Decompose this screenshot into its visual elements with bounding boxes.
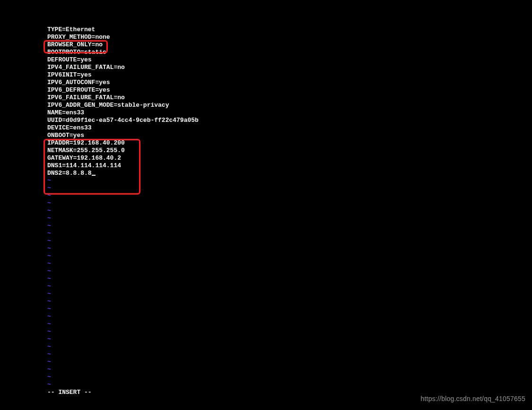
empty-line-marker: ~ <box>47 306 199 313</box>
empty-line-marker: ~ <box>47 230 199 238</box>
empty-line-marker: ~ <box>47 351 199 359</box>
empty-line-marker: ~ <box>47 328 199 336</box>
config-line[interactable]: IPV6_DEFROUTE=yes <box>47 86 199 94</box>
empty-line-marker: ~ <box>47 268 199 275</box>
watermark-text: https://blog.csdn.net/qq_41057655 <box>421 395 525 402</box>
empty-line-marker: ~ <box>47 245 199 253</box>
empty-line-marker: ~ <box>47 253 199 260</box>
empty-line-marker: ~ <box>47 177 199 185</box>
empty-lines: ~~~~~~~~~~~~~~~~~~~~~~~~~~~~ <box>47 177 199 389</box>
empty-line-marker: ~ <box>47 290 199 298</box>
empty-line-marker: ~ <box>47 275 199 283</box>
config-line[interactable]: ONBOOT=yes <box>47 132 199 139</box>
empty-line-marker: ~ <box>47 359 199 366</box>
config-line[interactable]: DNS2=8.8.8.8 <box>47 170 199 177</box>
config-line[interactable]: IPADDR=192.168.40.200 <box>47 139 199 147</box>
empty-line-marker: ~ <box>47 336 199 343</box>
config-line[interactable]: IPV6_ADDR_GEN_MODE=stable-privacy <box>47 102 199 109</box>
empty-line-marker: ~ <box>47 215 199 222</box>
empty-line-marker: ~ <box>47 298 199 306</box>
config-line[interactable]: IPV6_AUTOCONF=yes <box>47 79 199 86</box>
empty-line-marker: ~ <box>47 207 199 215</box>
config-line[interactable]: GATEWAY=192.168.40.2 <box>47 154 199 162</box>
empty-line-marker: ~ <box>47 321 199 328</box>
config-line[interactable]: BROWSER_ONLY=no <box>47 41 199 49</box>
empty-line-marker: ~ <box>47 185 199 192</box>
config-line[interactable]: NAME=ens33 <box>47 109 199 117</box>
config-line[interactable]: NETMASK=255.255.255.0 <box>47 147 199 154</box>
config-line[interactable]: UUID=d0d9f1ec-ea57-4cc4-9ceb-ff22c479a05… <box>47 117 199 124</box>
config-line[interactable]: DNS1=114.114.114.114 <box>47 162 199 170</box>
mode-line: -- INSERT -- <box>47 389 199 396</box>
empty-line-marker: ~ <box>47 192 199 200</box>
config-line[interactable]: DEFROUTE=yes <box>47 56 199 64</box>
config-line[interactable]: BOOTPROTO=static <box>47 49 199 56</box>
cursor <box>92 175 96 176</box>
empty-line-marker: ~ <box>47 313 199 321</box>
empty-line-marker: ~ <box>47 260 199 268</box>
empty-line-marker: ~ <box>47 283 199 290</box>
empty-line-marker: ~ <box>47 374 199 381</box>
empty-line-marker: ~ <box>47 381 199 389</box>
config-line[interactable]: DEVICE=ens33 <box>47 124 199 132</box>
empty-line-marker: ~ <box>47 366 199 374</box>
config-line[interactable]: IPV4_FAILURE_FATAL=no <box>47 64 199 71</box>
empty-line-marker: ~ <box>47 222 199 230</box>
config-line[interactable]: IPV6INIT=yes <box>47 71 199 79</box>
empty-line-marker: ~ <box>47 200 199 207</box>
terminal-editor[interactable]: TYPE=EthernetPROXY_METHOD=noneBROWSER_ON… <box>47 26 199 396</box>
file-content[interactable]: TYPE=EthernetPROXY_METHOD=noneBROWSER_ON… <box>47 26 199 177</box>
config-line[interactable]: TYPE=Ethernet <box>47 26 199 34</box>
empty-line-marker: ~ <box>47 238 199 245</box>
config-line[interactable]: IPV6_FAILURE_FATAL=no <box>47 94 199 102</box>
empty-line-marker: ~ <box>47 343 199 351</box>
config-line[interactable]: PROXY_METHOD=none <box>47 34 199 41</box>
